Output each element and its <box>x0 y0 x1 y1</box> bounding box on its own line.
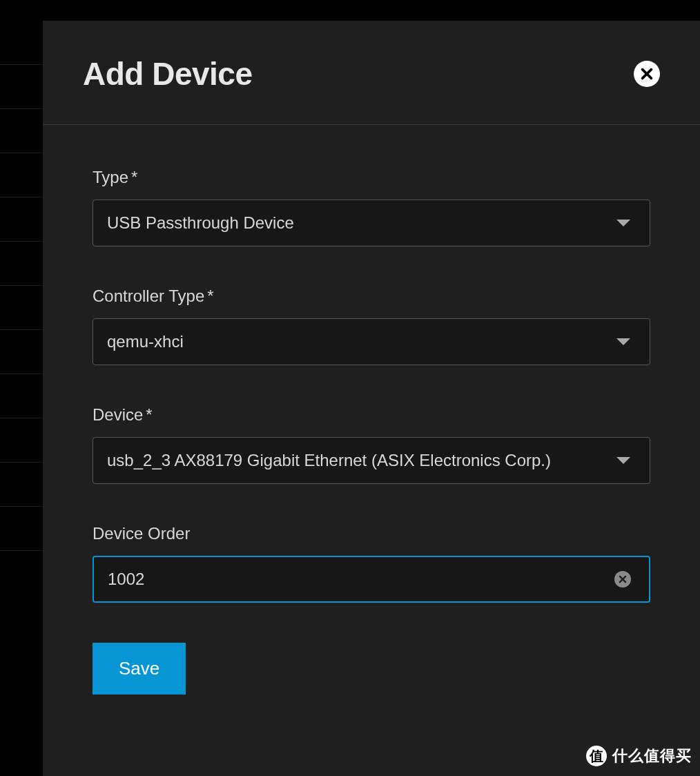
type-field-group: Type* USB Passthrough Device <box>93 168 650 246</box>
controller-type-field-group: Controller Type* qemu-xhci <box>93 287 650 365</box>
add-device-modal: Add Device Type* USB Passthrough Device … <box>43 21 700 776</box>
watermark-text: 什么值得买 <box>612 746 692 766</box>
chevron-down-icon <box>616 220 630 226</box>
controller-type-label-text: Controller Type <box>93 287 204 305</box>
clear-input-button[interactable] <box>614 571 631 588</box>
close-icon <box>639 66 654 81</box>
type-select[interactable]: USB Passthrough Device <box>93 200 650 246</box>
type-label: Type* <box>93 168 650 187</box>
controller-type-select-value: qemu-xhci <box>107 332 616 351</box>
required-mark: * <box>131 168 137 186</box>
type-label-text: Type <box>93 168 128 186</box>
controller-type-label: Controller Type* <box>93 287 650 306</box>
device-order-label: Device Order <box>93 524 650 543</box>
modal-header: Add Device <box>43 21 700 125</box>
chevron-down-icon <box>616 338 630 345</box>
device-label: Device* <box>93 405 650 425</box>
watermark-icon: 值 <box>586 746 607 766</box>
close-button[interactable] <box>634 61 660 87</box>
device-order-label-text: Device Order <box>93 524 190 543</box>
sidebar-partial <box>0 21 43 776</box>
clear-icon <box>618 574 628 584</box>
device-order-field-group: Device Order <box>93 524 650 603</box>
device-field-group: Device* usb_2_3 AX88179 Gigabit Ethernet… <box>93 405 650 484</box>
device-select-value: usb_2_3 AX88179 Gigabit Ethernet (ASIX E… <box>107 451 616 470</box>
modal-title: Add Device <box>83 55 253 93</box>
top-bar-strip <box>0 0 700 21</box>
chevron-down-icon <box>616 457 630 464</box>
required-mark: * <box>146 405 152 424</box>
type-select-value: USB Passthrough Device <box>107 213 616 233</box>
device-select[interactable]: usb_2_3 AX88179 Gigabit Ethernet (ASIX E… <box>93 437 650 484</box>
device-label-text: Device <box>93 405 143 424</box>
device-order-input[interactable] <box>108 570 614 589</box>
controller-type-select[interactable]: qemu-xhci <box>93 318 650 365</box>
device-order-input-wrapper <box>93 556 650 603</box>
save-button[interactable]: Save <box>93 643 186 695</box>
watermark: 值 什么值得买 <box>586 746 692 766</box>
required-mark: * <box>207 287 213 305</box>
modal-body: Type* USB Passthrough Device Controller … <box>43 125 700 722</box>
